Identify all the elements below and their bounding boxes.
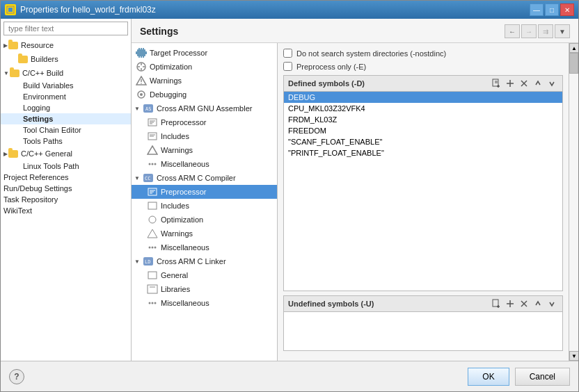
sidebar-item-task-repository[interactable]: Task Repository: [1, 194, 131, 205]
move-up-button-2[interactable]: [532, 298, 544, 309]
symbol-item-printf[interactable]: "PRINTF_FLOAT_ENABLE": [284, 147, 562, 158]
optimization-icon: [134, 61, 148, 72]
preprocess-only-checkbox[interactable]: [283, 62, 292, 71]
symbol-item-frdm[interactable]: FRDM_KL03Z: [284, 114, 562, 125]
stree-item-asm-preprocessor[interactable]: Preprocessor: [132, 115, 277, 129]
sidebar-item-cpp-general[interactable]: ▶ C/C++ General: [1, 147, 131, 161]
sidebar-item-label: Resource: [21, 41, 54, 49]
stree-item-c-preprocessor[interactable]: Preprocessor: [132, 185, 277, 199]
sidebar-item-project-references[interactable]: Project References: [1, 172, 131, 183]
add-button[interactable]: [504, 78, 516, 89]
stree-item-asm-miscellaneous[interactable]: Miscellaneous: [132, 157, 277, 171]
move-up-button[interactable]: [532, 78, 544, 89]
ok-button[interactable]: OK: [468, 368, 509, 386]
sidebar-item-build-variables[interactable]: Build Variables: [1, 80, 131, 91]
symbol-item-scanf[interactable]: "SCANF_FLOAT_ENABLE": [284, 136, 562, 147]
right-scrollbar: ▲ ▼: [569, 43, 578, 361]
move-down-button[interactable]: [546, 78, 558, 89]
stree-item-debugging[interactable]: Debugging: [132, 88, 277, 101]
stree-item-label: General: [161, 271, 188, 279]
svg-point-33: [149, 163, 151, 165]
sidebar-item-run-debug[interactable]: Run/Debug Settings: [1, 183, 131, 194]
stree-item-c-includes[interactable]: Includes: [132, 199, 277, 213]
symbol-item-freedom[interactable]: FREEDOM: [284, 125, 562, 136]
stree-item-linker-miscellaneous[interactable]: Miscellaneous: [132, 296, 277, 310]
symbol-item-debug[interactable]: DEBUG: [284, 92, 562, 103]
add-button-2[interactable]: [504, 298, 516, 309]
sidebar-item-builders[interactable]: ▶ Builders: [1, 52, 131, 66]
move-down-button-2[interactable]: [546, 298, 558, 309]
stree-item-cross-arm-gnu-assembler[interactable]: ▼ AS Cross ARM GNU Assembler: [132, 101, 277, 115]
left-tree: ▶ Resource ▶ Builders ▼: [1, 38, 131, 361]
maximize-button[interactable]: □: [545, 3, 559, 16]
stree-item-warnings[interactable]: Warnings: [132, 74, 277, 88]
stree-item-asm-warnings[interactable]: Warnings: [132, 143, 277, 157]
close-button[interactable]: ✕: [560, 3, 574, 16]
sidebar-item-label: WikiText: [3, 206, 32, 215]
stree-item-c-warnings[interactable]: Warnings: [132, 227, 277, 240]
dropdown-button[interactable]: ▼: [555, 24, 570, 38]
scroll-up-button[interactable]: ▲: [569, 43, 578, 53]
linker-icon: LD: [141, 256, 155, 267]
svg-rect-11: [141, 56, 142, 58]
svg-marker-32: [148, 146, 157, 154]
scroll-down-button[interactable]: ▼: [569, 351, 578, 361]
stree-item-c-miscellaneous[interactable]: Miscellaneous: [132, 240, 277, 254]
sidebar-item-linux-tools-path[interactable]: Linux Tools Path: [1, 161, 131, 172]
stree-item-label: Preprocessor: [161, 118, 206, 126]
scroll-thumb[interactable]: [569, 53, 578, 74]
stree-item-linker-libraries[interactable]: Libraries: [132, 282, 277, 296]
sidebar-item-label: Build Variables: [23, 81, 74, 90]
stree-item-label: Cross ARM GNU Assembler: [157, 104, 253, 113]
svg-point-47: [154, 247, 157, 249]
svg-rect-65: [493, 300, 498, 307]
stree-item-asm-includes[interactable]: Includes: [132, 129, 277, 143]
sidebar-item-settings[interactable]: Settings: [1, 113, 131, 124]
sidebar-item-label: C/C++ General: [21, 149, 72, 158]
stree-item-optimization[interactable]: Optimization: [132, 60, 277, 74]
cancel-button[interactable]: Cancel: [515, 368, 570, 386]
title-bar-controls: — □ ✕: [530, 3, 574, 16]
settings-tree: Target Processor: [132, 43, 278, 361]
forward-button[interactable]: →: [521, 24, 537, 38]
add-file-button-2[interactable]: [490, 298, 502, 309]
help-button[interactable]: ?: [9, 369, 24, 384]
svg-rect-5: [145, 51, 147, 53]
stree-item-cross-arm-c-compiler[interactable]: ▼ CC Cross ARM C Compiler: [132, 171, 277, 185]
sidebar-item-tool-chain-editor[interactable]: Tool Chain Editor: [1, 124, 131, 136]
stree-item-cross-arm-c-linker[interactable]: ▼ LD Cross ARM C Linker: [132, 254, 277, 268]
includes-icon: [145, 131, 159, 142]
defined-symbols-actions: [490, 78, 558, 89]
sidebar-item-label: Task Repository: [3, 195, 58, 204]
svg-rect-1: [8, 8, 13, 12]
sidebar-item-label: Settings: [23, 115, 53, 123]
nostdinc-checkbox[interactable]: [283, 49, 292, 58]
sidebar-item-wiki-text[interactable]: WikiText: [1, 205, 131, 216]
svg-point-43: [149, 216, 156, 223]
stree-item-linker-general[interactable]: General: [132, 268, 277, 282]
add-file-button[interactable]: [490, 78, 502, 89]
sidebar-item-resource[interactable]: ▶ Resource: [1, 38, 131, 52]
filter-input[interactable]: [3, 22, 128, 35]
forward2-button[interactable]: ⇉: [538, 24, 553, 38]
nostdinc-label: Do not search system directories (-nostd…: [296, 49, 446, 58]
svg-point-35: [154, 163, 157, 165]
sidebar-item-tools-paths[interactable]: Tools Paths: [1, 136, 131, 147]
sidebar-item-logging[interactable]: Logging: [1, 102, 131, 113]
sidebar-item-label: Environment: [23, 92, 66, 101]
symbol-item-cpu[interactable]: CPU_MKL03Z32VFK4: [284, 103, 562, 114]
back-button[interactable]: ←: [505, 24, 520, 38]
stree-item-label: Target Processor: [150, 49, 207, 57]
delete-button-2[interactable]: [518, 298, 530, 309]
svg-point-54: [152, 302, 154, 304]
svg-point-34: [152, 163, 154, 165]
nav-buttons: ← → ⇉ ▼: [505, 24, 570, 38]
minimize-button[interactable]: —: [530, 3, 544, 16]
delete-button[interactable]: [518, 78, 530, 89]
stree-item-target-processor[interactable]: Target Processor: [132, 46, 277, 60]
stree-item-c-optimization[interactable]: Optimization: [132, 213, 277, 227]
svg-rect-42: [148, 202, 157, 209]
sidebar-item-cpp-build[interactable]: ▼ C/C++ Build: [1, 66, 131, 80]
undefined-symbols-header: Undefined symbols (-U): [283, 295, 563, 311]
sidebar-item-environment[interactable]: Environment: [1, 91, 131, 102]
